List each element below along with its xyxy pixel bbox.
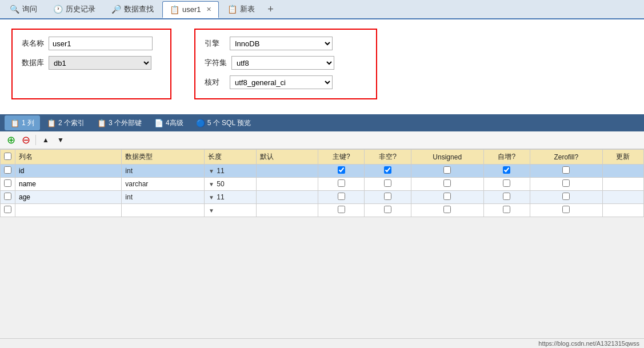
database-select[interactable]: db1 (49, 56, 151, 70)
tab-query-label: 询问 (22, 4, 37, 14)
zerofill-checkbox[interactable] (562, 179, 570, 187)
move-down-button[interactable]: ▼ (54, 134, 67, 146)
row-col-type[interactable]: int (122, 191, 205, 204)
table-row: int ▼ 11 (1, 191, 644, 204)
row-col-zerofill (530, 204, 602, 217)
charset-row: 字符集 utf8 utf8mb4 latin1 gbk (205, 56, 367, 70)
autoinc-checkbox[interactable] (503, 179, 510, 187)
row-col-type[interactable]: int (122, 165, 205, 178)
tab-bar: 🔍 询问 🕐 历史记录 🔎 数据查找 📋 user1 ✕ 📋 新表 + (0, 0, 644, 19)
pk-checkbox[interactable] (338, 193, 345, 200)
row-col-unsigned (411, 191, 483, 204)
type-dropdown-arrow[interactable]: ▼ (208, 168, 215, 174)
type-dropdown-arrow[interactable]: ▼ (208, 194, 215, 201)
row-checkbox[interactable] (4, 193, 11, 200)
pk-checkbox[interactable] (338, 206, 345, 213)
move-up-button[interactable]: ▲ (39, 134, 52, 146)
form-section: 表名称 数据库 db1 引擎 InnoDB MyISAM Memory CSV (11, 29, 633, 99)
row-col-type[interactable]: varchar (122, 178, 205, 191)
tab-user1[interactable]: 📋 user1 ✕ (162, 1, 219, 18)
tab-newtable[interactable]: 📋 新表 (220, 1, 262, 18)
row-col-default[interactable] (256, 165, 318, 178)
row-col-name[interactable] (15, 165, 122, 178)
row-col-name[interactable] (15, 204, 122, 217)
row-col-length[interactable]: ▼ 50 (205, 178, 256, 191)
sub-tab-advanced-icon: 📄 (154, 119, 163, 127)
notnull-checkbox[interactable] (384, 206, 391, 213)
col-length-text: 11 (217, 193, 224, 201)
unsigned-checkbox[interactable] (443, 206, 451, 213)
col-name-input[interactable] (19, 167, 70, 175)
col-name-input[interactable] (19, 206, 70, 214)
sub-tab-foreignkeys[interactable]: 📋 3 个外部键 (91, 115, 147, 130)
row-col-default[interactable] (256, 191, 318, 204)
zerofill-checkbox[interactable] (562, 206, 570, 213)
row-col-update (602, 165, 643, 178)
engine-row: 引擎 InnoDB MyISAM Memory CSV (205, 37, 367, 50)
notnull-checkbox[interactable] (384, 179, 391, 187)
header-col-pk: 主键? (318, 150, 365, 165)
zerofill-checkbox[interactable] (562, 166, 570, 174)
collation-select[interactable]: utf8_general_ci utf8_unicode_ci utf8_bin (230, 75, 333, 89)
notnull-checkbox[interactable] (384, 193, 391, 200)
row-col-name[interactable] (15, 191, 122, 204)
add-row-button[interactable]: ⊕ (5, 134, 17, 146)
unsigned-checkbox[interactable] (443, 193, 451, 200)
col-type-text: varchar (125, 180, 148, 188)
row-checkbox[interactable] (4, 179, 11, 187)
sub-tab-advanced-label: 4高级 (166, 118, 183, 128)
header-col-name: 列名 (15, 150, 122, 165)
tab-user1-close[interactable]: ✕ (206, 6, 211, 13)
row-col-default[interactable] (256, 178, 318, 191)
table-name-input[interactable] (49, 37, 153, 50)
header-col-update: 更新 (602, 150, 643, 165)
row-col-autoinc (483, 204, 530, 217)
row-col-length[interactable]: ▼ 11 (205, 191, 256, 204)
col-name-input[interactable] (19, 180, 70, 188)
pk-checkbox[interactable] (338, 166, 345, 174)
row-col-unsigned (411, 204, 483, 217)
zerofill-checkbox[interactable] (562, 193, 570, 200)
type-dropdown-arrow-empty[interactable]: ▼ (208, 207, 215, 214)
sub-tab-advanced[interactable]: 📄 4高级 (149, 115, 189, 130)
sub-tab-indexes[interactable]: 📋 2 个索引 (41, 115, 90, 130)
sub-tab-bar: 📋 1 列 📋 2 个索引 📋 3 个外部键 📄 4高级 🔵 5 个 SQL 预… (0, 114, 644, 131)
tab-query[interactable]: 🔍 询问 (2, 1, 45, 18)
newtable-icon: 📋 (227, 5, 237, 14)
autoinc-checkbox[interactable] (503, 193, 510, 200)
row-col-update (602, 178, 643, 191)
charset-select[interactable]: utf8 utf8mb4 latin1 gbk (231, 56, 334, 70)
header-col-notnull: 非空? (365, 150, 411, 165)
sub-tab-columns-icon: 📋 (10, 119, 19, 127)
type-dropdown-arrow[interactable]: ▼ (208, 181, 215, 187)
autoinc-checkbox[interactable] (503, 206, 510, 213)
row-col-name[interactable] (15, 178, 122, 191)
row-col-autoinc (483, 191, 530, 204)
row-col-length[interactable]: ▼ (205, 204, 256, 217)
tab-history[interactable]: 🕐 历史记录 (46, 1, 103, 18)
sub-tab-sqlpreview[interactable]: 🔵 5 个 SQL 预览 (190, 115, 257, 130)
unsigned-checkbox[interactable] (443, 179, 451, 187)
charset-label: 字符集 (205, 58, 227, 68)
row-col-length[interactable]: ▼ 11 (205, 165, 256, 178)
row-col-type[interactable] (122, 204, 205, 217)
tab-datasearch[interactable]: 🔎 数据查找 (104, 1, 161, 18)
history-icon: 🕐 (53, 5, 63, 14)
row-checkbox[interactable] (4, 166, 11, 174)
tab-history-label: 历史记录 (66, 4, 95, 14)
notnull-checkbox[interactable] (384, 166, 391, 174)
row-checkbox[interactable] (4, 206, 11, 213)
col-length-text: 11 (217, 167, 224, 175)
pk-checkbox[interactable] (338, 179, 345, 187)
remove-row-button[interactable]: ⊖ (19, 134, 32, 146)
col-name-input[interactable] (19, 193, 70, 201)
select-all-checkbox[interactable] (4, 153, 11, 160)
sub-tab-columns[interactable]: 📋 1 列 (5, 115, 40, 130)
row-col-default[interactable] (256, 204, 318, 217)
table-header-row: 列名 数据类型 长度 默认 主键? 非空? Unsigned 自增? Zerof… (1, 150, 644, 165)
engine-select[interactable]: InnoDB MyISAM Memory CSV (230, 37, 333, 50)
tab-add-button[interactable]: + (263, 2, 278, 17)
unsigned-checkbox[interactable] (443, 166, 451, 174)
row-col-update (602, 191, 643, 204)
autoinc-checkbox[interactable] (503, 166, 510, 174)
